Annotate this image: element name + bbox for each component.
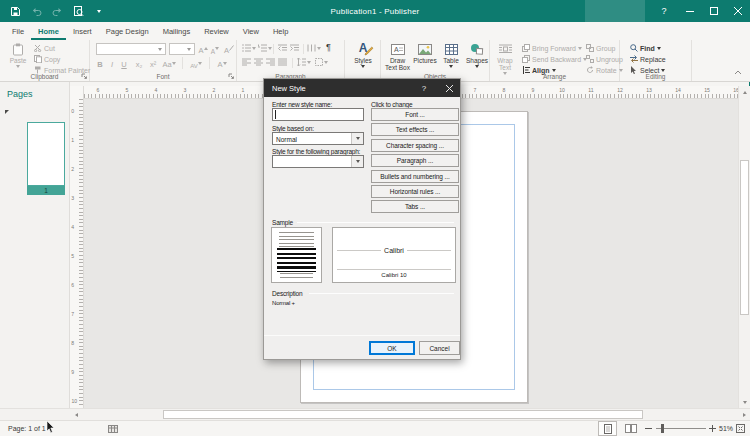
two-page-view-button[interactable] (621, 421, 640, 436)
vertical-scroll-thumb[interactable] (740, 160, 749, 315)
align-left-button[interactable] (242, 58, 251, 66)
group-button[interactable]: Group (586, 43, 615, 53)
sample-layout-preview (271, 227, 322, 283)
paste-button[interactable]: Paste (4, 42, 32, 68)
page-indicator[interactable]: Page: 1 of 1 (8, 421, 46, 436)
ruler-number: 11 (587, 87, 596, 92)
ungroup-button[interactable]: Ungroup (586, 54, 623, 64)
dialog-change-button[interactable]: Character spacing ... (371, 139, 459, 152)
single-page-view-button[interactable] (598, 421, 617, 436)
dialog-change-button[interactable]: Text effects ... (371, 123, 459, 136)
shrink-font-button[interactable]: A (209, 43, 221, 55)
font-color-button[interactable]: A (214, 57, 230, 69)
dialog-change-button[interactable]: Horizontal rules ... (371, 185, 459, 198)
page-thumbnail-number[interactable]: 1 (27, 186, 65, 195)
style-name-input[interactable] (272, 108, 364, 121)
bold-button[interactable]: B (95, 57, 105, 69)
arrange-group-label: Arrange (490, 73, 619, 80)
objects-group: A Draw Text Box Pictures Table (381, 40, 490, 81)
dialog-change-button[interactable]: Bullets and numbering ... (371, 170, 459, 183)
styles-button[interactable]: A Styles (350, 42, 376, 68)
ruler-number: 4 (71, 225, 74, 232)
scroll-right-button[interactable] (738, 409, 750, 420)
help-button[interactable]: ? (652, 0, 676, 22)
shapes-button[interactable]: Shapes (465, 42, 489, 68)
account-signin[interactable] (585, 0, 645, 22)
borders-button[interactable] (315, 58, 328, 66)
character-spacing-button[interactable]: AV (187, 57, 205, 69)
tab-view[interactable]: View (236, 22, 266, 40)
page-thumbnail[interactable] (27, 122, 65, 186)
tab-mailings[interactable]: Mailings (156, 22, 198, 40)
italic-button[interactable]: I (107, 57, 117, 69)
scroll-up-button[interactable] (739, 86, 750, 98)
replace-button[interactable]: Replace (630, 54, 666, 64)
copy-button[interactable]: Copy (34, 54, 60, 64)
show-paragraph-marks-button[interactable]: ¶ (326, 42, 331, 52)
ok-button[interactable]: OK (369, 341, 415, 355)
bring-forward-button[interactable]: Bring Forward (522, 43, 582, 53)
draw-text-box-icon: A (391, 42, 405, 56)
underline-button[interactable]: U (119, 57, 129, 69)
table-button[interactable]: Table (439, 42, 463, 68)
tab-file[interactable]: File (5, 22, 31, 40)
align-right-button[interactable] (266, 58, 275, 66)
line-spacing-button[interactable] (297, 58, 311, 66)
dialog-close-button[interactable] (438, 79, 460, 97)
maximize-button[interactable] (702, 0, 726, 22)
based-on-combo[interactable]: Normal (272, 132, 364, 145)
pictures-button[interactable]: Pictures (412, 42, 438, 64)
decrease-indent-button[interactable] (278, 44, 287, 52)
font-group: A A A B I U x₂ x² Aa AV A Font (90, 40, 237, 81)
justify-button[interactable] (278, 58, 287, 66)
increase-indent-button[interactable] (290, 44, 299, 52)
object-size-icon[interactable] (108, 421, 118, 436)
scroll-down-button[interactable] (739, 396, 750, 408)
horizontal-scroll-thumb[interactable] (163, 410, 643, 419)
minimize-button[interactable] (678, 0, 702, 22)
find-button[interactable]: Find (630, 43, 661, 53)
bullets-button[interactable] (242, 44, 256, 52)
scroll-left-button[interactable] (70, 409, 82, 420)
tab-help[interactable]: Help (266, 22, 295, 40)
tab-home[interactable]: Home (31, 22, 66, 40)
font-name-combo[interactable] (96, 43, 166, 55)
cancel-button[interactable]: Cancel (419, 341, 460, 355)
combo-dropdown-icon[interactable] (351, 133, 363, 144)
pages-collapse-icon[interactable] (5, 110, 9, 114)
send-backward-button[interactable]: Send Backward (522, 54, 587, 64)
draw-text-box-button[interactable]: A Draw Text Box (384, 42, 411, 71)
fit-page-button[interactable] (736, 421, 745, 436)
collapse-ribbon-icon[interactable] (734, 70, 742, 75)
font-dialog-launcher-icon[interactable] (228, 73, 234, 79)
zoom-level[interactable]: 51% (719, 421, 733, 436)
change-case-button[interactable]: Aa (161, 57, 177, 69)
tab-page-design[interactable]: Page Design (99, 22, 156, 40)
grow-font-button[interactable]: A (197, 43, 209, 55)
cut-button[interactable]: Cut (34, 43, 55, 53)
clipboard-dialog-launcher-icon[interactable] (81, 73, 87, 79)
zoom-out-button[interactable] (645, 421, 652, 436)
dialog-change-button[interactable]: Tabs ... (371, 200, 459, 213)
vertical-ruler: 012345678910 (70, 86, 84, 408)
combo-dropdown-icon[interactable] (351, 156, 363, 167)
numbering-button[interactable] (258, 44, 272, 52)
tab-review[interactable]: Review (197, 22, 236, 40)
dialog-change-button[interactable]: Paragraph ... (371, 154, 459, 167)
description-label: Description (272, 290, 302, 297)
zoom-in-button[interactable] (709, 421, 716, 436)
close-button[interactable] (726, 0, 750, 22)
following-paragraph-combo[interactable] (272, 155, 364, 168)
tab-insert[interactable]: Insert (66, 22, 99, 40)
clear-formatting-button[interactable]: A (223, 43, 235, 55)
dialog-help-button[interactable]: ? (414, 79, 434, 97)
columns-button[interactable] (307, 44, 321, 52)
align-center-button[interactable] (254, 58, 263, 66)
superscript-button[interactable]: x² (147, 57, 159, 69)
font-size-combo[interactable] (169, 43, 195, 55)
ruler-number: 13 (645, 87, 654, 92)
zoom-slider-thumb[interactable] (661, 424, 664, 433)
dialog-change-button[interactable]: Font ... (371, 108, 459, 121)
subscript-button[interactable]: x₂ (133, 57, 145, 69)
wrap-text-button[interactable]: Wrap Text (493, 42, 517, 75)
